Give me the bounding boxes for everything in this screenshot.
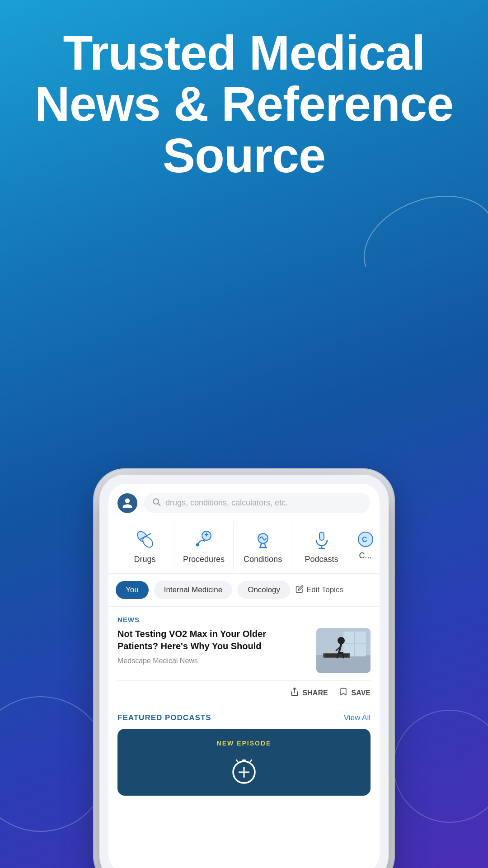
more-icon: C [354,528,377,551]
search-placeholder-text: drugs, conditions, calculators, etc. [165,498,288,508]
podcasts-header: FEATURED PODCASTS View All [117,713,371,722]
procedures-icon [192,528,216,551]
news-source: Medscape Medical News [117,657,309,665]
new-episode-badge: NEW EPISODE [217,740,272,747]
more-label: C... [359,551,372,561]
view-all-button[interactable]: View All [344,713,371,722]
news-section-label: NEWS [117,616,371,623]
svg-point-8 [196,543,199,547]
news-content: Not Testing VO2 Max in Your Older Patien… [117,628,309,665]
svg-rect-11 [319,532,324,540]
svg-text:C: C [362,536,367,543]
search-icon [152,497,161,509]
svg-rect-7 [206,533,207,537]
edit-topics-button[interactable]: Edit Topics [296,585,343,595]
stopwatch-icon [228,753,260,785]
news-title: Not Testing VO2 Max in Your Older Patien… [117,628,309,652]
save-icon [339,687,348,698]
category-conditions[interactable]: Conditions [234,521,292,571]
edit-topics-label: Edit Topics [306,585,343,594]
news-thumbnail [316,628,371,673]
category-row: Drugs Procedures [108,519,380,574]
svg-line-29 [236,760,238,762]
phone-screen: drugs, conditions, calculators, etc. Dru… [108,484,380,868]
search-box[interactable]: drugs, conditions, calculators, etc. [144,493,371,513]
podcasts-icon [310,528,333,551]
svg-line-1 [158,504,160,506]
conditions-icon [251,528,275,551]
podcasts-title: FEATURED PODCASTS [117,713,211,722]
topic-you[interactable]: You [116,581,149,599]
hero-title: Trusted Medical News & Reference Source [18,27,470,181]
search-bar-area: drugs, conditions, calculators, etc. [108,484,380,519]
user-avatar[interactable] [117,493,137,513]
podcasts-section: FEATURED PODCASTS View All NEW EPISODE [108,705,380,796]
user-icon [122,497,133,509]
topic-internal-medicine[interactable]: Internal Medicine [154,581,232,599]
svg-line-30 [250,760,252,762]
share-icon [290,687,299,698]
podcasts-label: Podcasts [305,555,338,564]
procedures-label: Procedures [183,555,225,564]
svg-rect-28 [242,760,246,762]
edit-icon [296,585,304,595]
svg-point-23 [338,637,345,644]
share-label: SHARE [303,689,328,697]
news-section: NEWS Not Testing VO2 Max in Your Older P… [108,607,380,705]
treadmill-image [316,628,371,673]
share-button[interactable]: SHARE [290,687,328,698]
drugs-label: Drugs [134,555,155,564]
phone-frame: drugs, conditions, calculators, etc. Dru… [99,475,389,868]
podcast-card[interactable]: NEW EPISODE [117,729,371,796]
news-item[interactable]: Not Testing VO2 Max in Your Older Patien… [117,628,371,673]
topic-filter-row: You Internal Medicine Oncology Edit To [108,574,380,607]
svg-rect-22 [324,654,349,657]
category-drugs[interactable]: Drugs [116,521,174,571]
category-more[interactable]: C C... [351,521,380,571]
news-actions: SHARE SAVE [117,680,371,705]
topic-oncology[interactable]: Oncology [238,581,290,599]
save-label: SAVE [352,689,371,697]
phone-mockup: drugs, conditions, calculators, etc. Dru… [99,475,389,868]
category-podcasts[interactable]: Podcasts [292,521,351,571]
category-procedures[interactable]: Procedures [174,521,234,571]
hero-section: Trusted Medical News & Reference Source [0,0,488,181]
save-button[interactable]: SAVE [339,687,371,698]
conditions-label: Conditions [244,555,282,564]
drugs-icon [133,528,157,551]
